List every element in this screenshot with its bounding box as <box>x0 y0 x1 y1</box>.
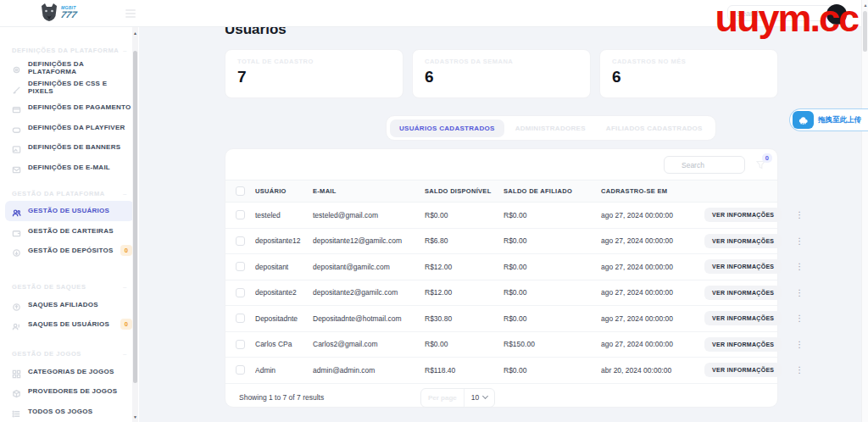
kebab-menu-icon[interactable]: ⋮ <box>788 340 810 349</box>
cell-saldo: R$0.00 <box>425 211 504 219</box>
row-checkbox[interactable] <box>236 314 245 323</box>
scroll-down-arrow-icon[interactable]: ▼ <box>132 414 138 419</box>
kebab-menu-icon[interactable]: ⋮ <box>788 365 810 375</box>
scroll-up-arrow-icon[interactable]: ▲ <box>132 31 138 36</box>
cell-saldo: R$30.80 <box>425 314 504 323</box>
withdraw-icon <box>12 300 21 309</box>
kebab-menu-icon[interactable]: ⋮ <box>788 314 810 323</box>
cell-afiliado: R$150.00 <box>504 340 601 348</box>
row-checkbox[interactable] <box>236 288 245 297</box>
upload-label: 拖拽至此上传 <box>818 115 861 125</box>
sidebar-item-definicoes-plataforma[interactable]: DEFINIÇÕES DA PLATAFORMA <box>0 58 139 78</box>
row-checkbox[interactable] <box>236 340 245 349</box>
kebab-menu-icon[interactable]: ⋮ <box>788 236 810 246</box>
logo-777-text: 777 <box>60 10 78 19</box>
cell-afiliado: R$0.00 <box>504 211 601 219</box>
sidebar-item-definicoes-email[interactable]: DEFINIÇÕES DE E-MAIL <box>0 158 139 178</box>
row-checkbox[interactable] <box>236 262 245 271</box>
row-checkbox[interactable] <box>236 236 245 246</box>
table-row: Depositadnte Depositadnte@hotmail.com R$… <box>225 306 777 332</box>
ver-informacoes-button[interactable]: VER INFORMAÇÕES <box>704 234 782 248</box>
stat-value: 6 <box>425 68 578 86</box>
section-collapse-icon[interactable]: – <box>123 190 127 197</box>
sidebar-item-definicoes-css-pixels[interactable]: DEFINIÇÕES DE CSS E PIXELS <box>0 78 139 98</box>
kebab-menu-icon[interactable]: ⋮ <box>788 262 810 271</box>
deposit-icon <box>12 246 21 255</box>
section-collapse-icon[interactable]: – <box>123 47 127 54</box>
cell-usuario: depositant <box>255 263 313 271</box>
sidebar-collapse-icon[interactable] <box>125 9 136 18</box>
sidebar-item-todos-jogos[interactable]: TODOS OS JOGOS <box>0 402 139 422</box>
cell-cadastro: ago 27, 2024 00:00:00 <box>601 263 704 271</box>
per-page-label: Per page <box>421 394 464 402</box>
gear-icon <box>12 63 21 72</box>
user-avatar[interactable] <box>826 4 847 25</box>
sidebar-item-saques-afiliados[interactable]: SAQUES AFILIADOS <box>0 295 139 315</box>
grid-icon <box>12 367 21 376</box>
sidebar-item-definicoes-pagamento[interactable]: DEFINIÇÕES DE PAGAMENTO <box>0 97 139 118</box>
cell-usuario: depositante12 <box>255 236 313 245</box>
money-user-icon <box>12 319 21 329</box>
col-email: E-MAIL <box>313 187 425 195</box>
cell-cadastro: ago 27, 2024 00:00:00 <box>601 340 704 348</box>
kebab-menu-icon[interactable]: ⋮ <box>788 210 810 219</box>
ver-informacoes-button[interactable]: VER INFORMAÇÕES <box>704 337 782 352</box>
table-search-input[interactable] <box>664 156 745 174</box>
cell-usuario: Admin <box>255 366 313 375</box>
cell-email: admin@admin.com <box>313 366 425 375</box>
cell-cadastro: ago 27, 2024 00:00:00 <box>601 236 704 245</box>
cell-email: testeled@gmail.com <box>313 211 425 219</box>
saques-badge: 0 <box>120 319 132 330</box>
sidebar-section-jogos: GESTÃO DE JOGOS– <box>0 347 139 362</box>
sidebar-scrollbar-thumb[interactable] <box>133 51 137 383</box>
kebab-menu-icon[interactable]: ⋮ <box>788 288 810 297</box>
cloud-upload-icon <box>793 111 814 129</box>
scroll-up-arrow-icon[interactable]: ▲ <box>863 3 868 8</box>
tab-administradores[interactable]: ADMINISTRADORES <box>506 119 595 137</box>
cell-email: depositante2@gamilc.com <box>313 288 425 297</box>
page-title: Usuários <box>225 27 287 38</box>
brand-logo[interactable]: MGBIT 777 <box>39 3 76 25</box>
table-row: testeled testeled@gmail.com R$0.00 R$0.0… <box>225 203 777 229</box>
sidebar-scrollbar[interactable]: ▲ ▼ <box>132 27 138 422</box>
per-page-select[interactable]: 10 <box>464 389 494 407</box>
ver-informacoes-button[interactable]: VER INFORMAÇÕES <box>704 259 782 274</box>
header-search-input[interactable] <box>727 5 841 21</box>
sidebar-item-gestao-carteiras[interactable]: GESTÃO DE CARTEIRAS <box>0 221 139 242</box>
cell-usuario: depositante2 <box>255 288 313 297</box>
cell-email: depositante12@gamilc.com <box>313 236 425 245</box>
users-table-card: 0 USUÁRIO E-MAIL SALDO DISPONÍVEL SALDO … <box>225 148 778 408</box>
row-checkbox[interactable] <box>236 210 245 219</box>
ver-informacoes-button[interactable]: VER INFORMAÇÕES <box>704 208 782 222</box>
sidebar-item-gestao-depositos[interactable]: GESTÃO DE DEPÓSITOS 0 <box>0 241 139 261</box>
sidebar-item-definicoes-banners[interactable]: DEFINIÇÕES DE BANNERS <box>0 137 139 158</box>
sidebar-item-saques-usuarios[interactable]: SAQUES DE USUÁRIOS 0 <box>0 314 139 335</box>
stat-card-cadastros-semana: CADASTROS DA SEMANA 6 <box>412 49 591 98</box>
col-cadastro: CADRASTRO-SE EM <box>601 187 704 195</box>
ver-informacoes-button[interactable]: VER INFORMAÇÕES <box>704 311 782 325</box>
page-scrollbar[interactable]: ▲ <box>861 0 868 422</box>
section-collapse-icon[interactable]: – <box>123 283 127 291</box>
stats-row: TOTAL DE CADASTRO 7 CADASTROS DA SEMANA … <box>225 49 778 98</box>
sidebar-item-categorias-jogos[interactable]: CATEGORIAS DE JOGOS <box>0 362 139 382</box>
ver-informacoes-button[interactable]: VER INFORMAÇÕES <box>704 363 782 377</box>
box-icon <box>12 386 21 396</box>
table-header-row: USUÁRIO E-MAIL SALDO DISPONÍVEL SALDO DE… <box>225 180 777 203</box>
section-collapse-icon[interactable]: – <box>123 350 127 358</box>
cell-saldo: R$12.00 <box>425 288 504 297</box>
cell-afiliado: R$0.00 <box>504 366 601 375</box>
ver-informacoes-button[interactable]: VER INFORMAÇÕES <box>704 286 782 300</box>
select-all-checkbox[interactable] <box>236 186 245 196</box>
page-scrollbar-thumb[interactable] <box>863 11 867 52</box>
stat-card-total-cadastro: TOTAL DE CADASTRO 7 <box>225 49 403 98</box>
tab-usuarios-cadastrados[interactable]: USUÁRIOS CADASTRADOS <box>390 119 504 137</box>
table-row: Carlos CPa Carlos2@gmail.com R$0.00 R$15… <box>225 332 777 358</box>
sidebar-item-definicoes-playfiver[interactable]: DEFINIÇÕES DA PLAYFIVER <box>0 118 139 138</box>
sidebar-item-gestao-usuarios[interactable]: GESTÃO DE USUÁRIOS <box>5 201 134 221</box>
sidebar-item-provedores-jogos[interactable]: PROVEDORES DE JOGOS <box>0 381 139 402</box>
image-icon <box>12 142 21 152</box>
drag-upload-widget[interactable]: 拖拽至此上传 <box>789 108 868 131</box>
tab-afiliados-cadastrados[interactable]: AFILIADOS CADASTRADOS <box>597 119 712 137</box>
row-checkbox[interactable] <box>236 365 245 375</box>
cell-afiliado: R$0.00 <box>504 236 601 245</box>
